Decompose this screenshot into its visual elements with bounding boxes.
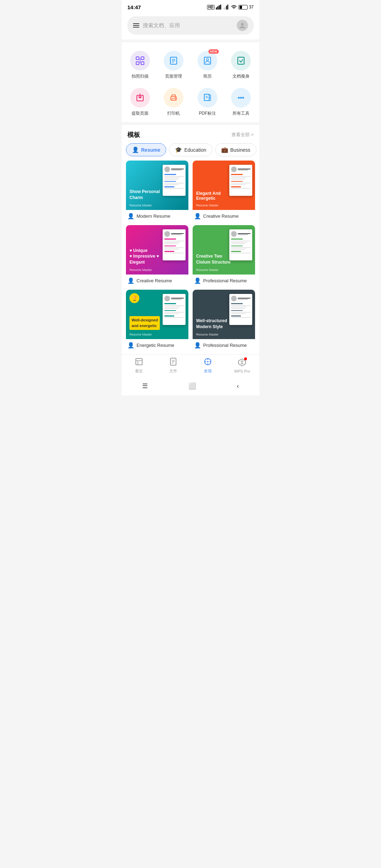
- template-name-row: 👤 Professional Resume: [193, 275, 255, 285]
- nav-wps-pro[interactable]: WPS Pro: [225, 358, 260, 373]
- tool-label-scan: 拍照扫描: [132, 73, 149, 79]
- template-name-creative-resume-1: Creative Resume: [203, 213, 238, 219]
- svg-point-28: [238, 97, 240, 99]
- user-avatar[interactable]: [237, 20, 248, 31]
- nav-icon-wrap-wps-pro: [238, 358, 246, 368]
- tab-business[interactable]: 💼Business: [215, 143, 256, 156]
- tool-scan[interactable]: 拍照扫描: [125, 48, 156, 82]
- system-nav: ☰ ⬜ ‹: [122, 378, 259, 396]
- tool-icon-pdf-note: [198, 88, 217, 108]
- tool-icon-resume: NEW: [198, 51, 217, 71]
- template-thumb-professional-resume-2: Well-structuredModern Style Resume Maste…: [193, 290, 255, 339]
- resume-master-label: Resume Master: [129, 268, 152, 272]
- tool-icon-all-tools: [231, 88, 251, 108]
- doc-preview: [229, 165, 252, 196]
- resume-master-label: Resume Master: [196, 333, 219, 336]
- sys-home-button[interactable]: ⬜: [188, 382, 196, 390]
- sys-menu-button[interactable]: ☰: [142, 382, 148, 390]
- nav-discover[interactable]: 发现: [190, 357, 225, 374]
- nav-recent[interactable]: 最近: [122, 357, 156, 374]
- tab-icon-resume: 👤: [132, 146, 139, 153]
- template-thumb-professional-resume-1: Creative TwoClolum Structure Resume Mast…: [193, 225, 255, 275]
- tool-page-manage[interactable]: 页面管理: [158, 48, 189, 82]
- tool-label-page-manage: 页面管理: [165, 73, 182, 79]
- template-card-professional-resume-2[interactable]: Well-structuredModern Style Resume Maste…: [193, 290, 255, 350]
- tool-resume[interactable]: NEW 简历: [192, 48, 223, 82]
- tab-label-resume: Resume: [141, 147, 160, 153]
- template-card-modern-resume[interactable]: Show PersonalCharm Resume Master: [126, 161, 188, 221]
- svg-rect-25: [204, 94, 209, 101]
- svg-rect-1: [217, 6, 218, 10]
- tool-label-printer: 打印机: [167, 110, 180, 116]
- svg-point-30: [242, 97, 244, 99]
- templates-section-header: 模板 查看全部 >: [122, 125, 259, 142]
- tab-resume[interactable]: 👤Resume: [126, 143, 166, 156]
- tool-pdf-note[interactable]: PDF标注: [192, 85, 223, 119]
- template-card-energetic-resume[interactable]: 🏆Well-designedand energetic Resume Maste…: [126, 290, 188, 350]
- category-tabs: 👤Resume🎓Education💼Business📝Letter: [122, 142, 259, 161]
- svg-rect-10: [141, 57, 144, 60]
- tool-all-tools[interactable]: 所有工具: [226, 85, 257, 119]
- template-name-professional-resume-2: Professional Resume: [203, 343, 247, 348]
- template-thumb-modern-resume: Show PersonalCharm Resume Master: [126, 161, 188, 210]
- template-name-professional-resume-1: Professional Resume: [203, 278, 247, 283]
- new-badge: NEW: [208, 49, 219, 54]
- resume-master-label: Resume Master: [129, 333, 152, 336]
- tool-slim[interactable]: 文档瘦身: [226, 48, 257, 82]
- tool-icon-page-manage: [164, 51, 183, 71]
- template-card-creative-resume-2[interactable]: ♥ Unique♥ Impressive ♥ Elegant Resume Ma…: [126, 225, 188, 285]
- svg-rect-6: [226, 6, 227, 10]
- tool-extract[interactable]: 提取页面: [125, 85, 156, 119]
- nav-files[interactable]: 文件: [156, 357, 191, 374]
- tools-section: 拍照扫描 页面管理 NEW 简历 文档瘦身 提取页面 打印机: [122, 42, 259, 122]
- template-thumb-creative-resume-2: ♥ Unique♥ Impressive ♥ Elegant Resume Ma…: [126, 225, 188, 275]
- signal-icon: [216, 5, 222, 10]
- template-overlay: Well-structuredModern Style: [196, 318, 227, 330]
- svg-point-8: [241, 23, 244, 26]
- template-card-professional-resume-1[interactable]: Creative TwoClolum Structure Resume Mast…: [193, 225, 255, 285]
- tab-education[interactable]: 🎓Education: [169, 143, 212, 156]
- tool-icon-extract: [130, 88, 150, 108]
- nav-icon-wrap-files: [169, 357, 177, 367]
- template-thumb-energetic-resume: 🏆Well-designedand energetic Resume Maste…: [126, 290, 188, 339]
- template-name-row: 👤 Professional Resume: [193, 339, 255, 350]
- svg-rect-5: [225, 7, 226, 10]
- status-icons: HD 37: [207, 5, 254, 10]
- template-name-creative-resume-2: Creative Resume: [137, 278, 172, 283]
- tab-label-business: Business: [230, 147, 250, 153]
- svg-point-29: [240, 97, 242, 99]
- tool-printer[interactable]: 打印机: [158, 85, 189, 119]
- nav-icon-wrap-recent: [135, 357, 143, 367]
- battery-level: 37: [249, 5, 254, 10]
- menu-button[interactable]: [133, 23, 139, 28]
- section-title: 模板: [127, 131, 140, 139]
- svg-rect-12: [141, 62, 144, 65]
- resume-master-label: Resume Master: [196, 268, 219, 272]
- red-dot: [244, 357, 247, 360]
- trophy-badge: 🏆: [129, 293, 139, 303]
- tools-grid: 拍照扫描 页面管理 NEW 简历 文档瘦身 提取页面 打印机: [125, 48, 256, 119]
- bottom-nav: 最近 文件 发现 WPS Pro: [122, 354, 259, 378]
- search-bar[interactable]: 搜索文档、应用: [127, 16, 254, 35]
- template-user-icon: 👤: [127, 213, 134, 219]
- template-user-icon: 👤: [194, 342, 201, 349]
- svg-rect-20: [238, 57, 244, 64]
- svg-rect-31: [136, 358, 142, 365]
- tab-icon-education: 🎓: [175, 146, 182, 153]
- nav-label-files: 文件: [169, 368, 177, 374]
- template-card-creative-resume-1[interactable]: Elegant And Energetic Resume Master: [193, 161, 255, 221]
- svg-rect-0: [216, 7, 217, 10]
- template-overlay: Well-designedand energetic: [129, 316, 160, 330]
- template-thumb-creative-resume-1: Elegant And Energetic Resume Master: [193, 161, 255, 210]
- template-grid: Show PersonalCharm Resume Master: [126, 161, 255, 350]
- svg-rect-3: [220, 5, 221, 10]
- svg-rect-11: [136, 62, 139, 65]
- svg-rect-4: [224, 8, 225, 10]
- template-name-row: 👤 Creative Resume: [193, 210, 255, 221]
- view-all-button[interactable]: 查看全部 >: [231, 132, 254, 138]
- template-user-icon: 👤: [194, 213, 201, 219]
- svg-rect-23: [172, 98, 175, 100]
- sys-back-button[interactable]: ‹: [237, 382, 239, 390]
- template-overlay: Elegant And Energetic: [196, 191, 231, 201]
- tool-label-pdf-note: PDF标注: [199, 110, 216, 116]
